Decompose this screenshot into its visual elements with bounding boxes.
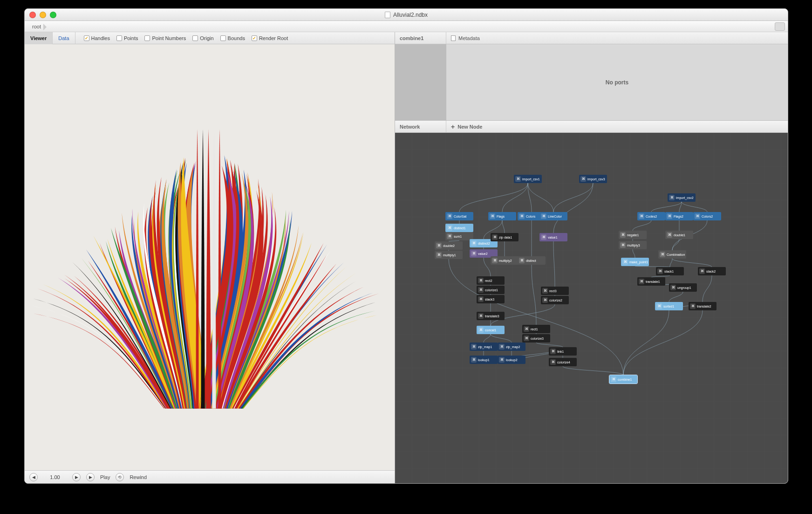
play-label: Play [100,474,110,480]
node-colorize2[interactable]: ⌘colorize2 [541,296,569,304]
node-ungroup1[interactable]: ⌘ungroup1 [669,283,697,292]
node-zip_map2[interactable]: ⌘zip_map2 [498,343,525,351]
node-label: link1 [557,350,564,353]
node-colorsat[interactable]: ⌘ColorSat [445,212,473,220]
node-icon: ⌘ [519,213,525,219]
node-label: rect3 [549,289,557,293]
node-label: Codes2 [646,215,657,218]
node-label: import_csv3 [587,178,605,181]
frame-forward-button[interactable]: ▶ [72,473,81,481]
node-import_csv3[interactable]: ⌘import_csv3 [579,175,607,183]
node-import_csv1[interactable]: ⌘import_csv1 [514,175,542,183]
breadcrumb-overflow-button[interactable] [775,22,785,31]
breadcrumb[interactable]: root [25,21,788,32]
node-icon: ⌘ [471,251,477,256]
node-translate1[interactable]: ⌘translate1 [637,277,665,286]
node-double1[interactable]: ⌘double1 [665,231,693,239]
node-flags[interactable]: ⌘Flags [488,212,516,220]
titlebar[interactable]: Alluvial2.ndbx [25,9,788,21]
window-controls [29,12,56,18]
node-double2[interactable]: ⌘double2 [435,241,463,250]
node-translate3[interactable]: ⌘translate3 [477,312,505,320]
frame-back-button[interactable]: ◀ [29,473,38,481]
check-render-root[interactable]: Render Root [252,35,288,41]
node-negate1[interactable]: ⌘negate1 [619,231,647,239]
close-icon[interactable] [29,12,36,18]
node-colorize3[interactable]: ⌘colorize3 [522,334,550,343]
minimize-icon[interactable] [40,12,46,18]
breadcrumb-root[interactable]: root [28,23,48,30]
tab-viewer[interactable]: Viewer [25,32,53,44]
node-combine1[interactable]: ⌘combine1 [609,375,637,384]
node-import_csv2[interactable]: ⌘import_csv2 [668,193,696,202]
node-lookup2[interactable]: ⌘lookup2 [498,356,525,364]
node-sum1[interactable]: ⌘sum1 [445,232,473,240]
node-icon: ⌘ [670,285,676,290]
node-icon: ⌘ [550,349,556,354]
node-multiply1[interactable]: ⌘multiply1 [435,251,463,259]
node-colors2[interactable]: ⌘Colors2 [693,212,721,220]
new-node-button[interactable]: + New Node [446,121,482,132]
node-label: sorted1 [663,305,674,308]
node-colorize1[interactable]: ⌘colorize1 [477,286,505,294]
check-handles[interactable]: Handles [84,35,110,41]
viewer-toolbar: Viewer Data Handles Points Point Numbers… [25,32,395,44]
node-label: zip data1 [499,236,512,239]
node-label: zip_map1 [478,345,492,349]
node-multiply2[interactable]: ⌘multiply2 [491,256,519,265]
network-label: Network [395,121,446,132]
node-combination[interactable]: ⌘Combination [658,250,686,259]
rewind-label: Rewind [130,474,147,480]
tab-metadata[interactable]: Metadata [446,32,480,44]
node-multiply3[interactable]: ⌘multiply3 [619,241,647,249]
node-flags2[interactable]: ⌘Flags2 [665,212,693,220]
node-translate2[interactable]: ⌘translate2 [689,302,716,310]
node-label: double2 [443,244,455,247]
node-sorted1[interactable]: ⌘sorted1 [655,302,683,310]
node-colorize4[interactable]: ⌘colorize4 [549,358,577,366]
node-label: concat1 [485,329,497,332]
node-label: Colors [526,215,535,218]
node-zip_map1[interactable]: ⌘zip_map1 [470,343,498,351]
check-points[interactable]: Points [116,35,138,41]
rewind-button[interactable]: ⟲ [116,473,124,481]
tab-data[interactable]: Data [53,32,75,44]
check-bounds[interactable]: Bounds [220,35,245,41]
node-concat1[interactable]: ⌘concat1 [477,326,505,334]
node-icon: ⌘ [478,287,484,293]
node-icon: ⌘ [499,344,505,350]
node-label: Flags2 [674,215,683,218]
node-label: colorize4 [557,361,570,364]
checkbox-icon [192,35,198,41]
check-origin[interactable]: Origin [192,35,213,41]
node-rect2[interactable]: ⌘rect2 [477,276,505,285]
node-label: ColorSat [454,215,466,218]
node-icon: ⌘ [695,213,700,219]
node-stack3[interactable]: ⌘stack3 [477,295,505,303]
node-make_point1[interactable]: ⌘make_point1 [621,258,649,266]
node-label: multiply2 [499,259,512,262]
node-link1[interactable]: ⌘link1 [549,347,577,356]
node-distinct[interactable]: ⌘distinct [518,256,546,265]
node-stack2[interactable]: ⌘stack2 [698,267,726,275]
node-stack1[interactable]: ⌘stack1 [656,267,684,275]
play-button[interactable]: ▶ [86,473,95,481]
node-lookup1[interactable]: ⌘lookup1 [470,356,498,364]
node-icon: ⌘ [471,344,477,350]
zoom-icon[interactable] [50,12,56,18]
node-icon: ⌘ [656,303,662,309]
node-rect3[interactable]: ⌘rect3 [541,287,569,295]
node-rect1[interactable]: ⌘rect1 [522,325,550,333]
viewer-canvas[interactable] [25,44,395,470]
network-canvas[interactable]: ⌘import_csv1⌘import_csv3⌘import_csv2⌘Col… [395,133,788,483]
node-distinct1[interactable]: ⌘distinct1 [445,224,473,232]
frame-number[interactable]: 1.00 [43,474,67,480]
node-codes2[interactable]: ⌘Codes2 [637,212,665,220]
node-label: stack1 [664,270,674,273]
node-linecolor[interactable]: ⌘LineColor [539,212,567,220]
check-point-numbers[interactable]: Point Numbers [144,35,186,41]
node-label: make_point1 [629,260,648,264]
node-zip_data1[interactable]: ⌘zip data1 [491,233,519,241]
node-icon: ⌘ [447,225,452,231]
node-value1[interactable]: ⌘value1 [539,233,567,241]
